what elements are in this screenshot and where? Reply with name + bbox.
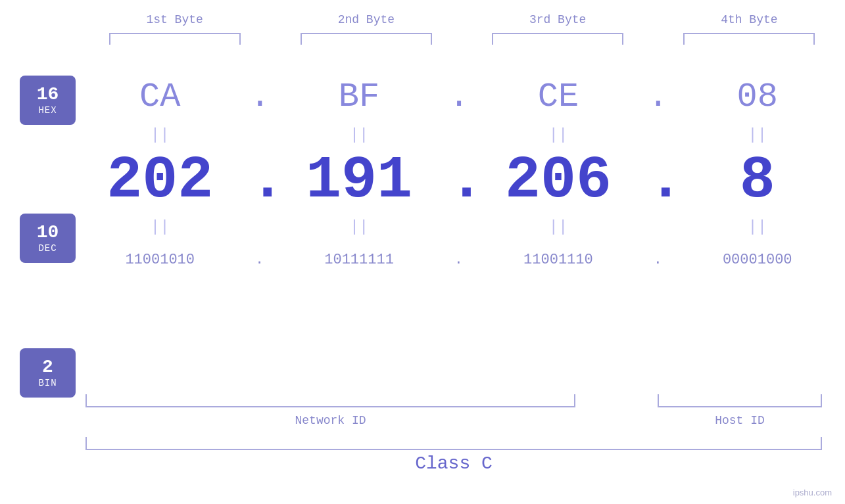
bin-b1: 11001010 xyxy=(94,252,226,268)
dec-b2: 191 xyxy=(293,151,425,210)
equals-row-1: || || || || xyxy=(82,122,835,148)
hex-b4: 08 xyxy=(692,78,823,116)
bracket-byte4 xyxy=(683,33,815,45)
class-bracket-area: Class C xyxy=(85,437,822,474)
bin-b4: 00001000 xyxy=(692,252,823,268)
bin-dot2: . xyxy=(448,252,468,268)
hex-base-box: 16 HEX xyxy=(20,76,76,125)
dec-dot2: . xyxy=(448,151,468,210)
dec-dot1: . xyxy=(250,151,270,210)
top-brackets-row xyxy=(0,33,845,45)
equals-row-2: || || || || xyxy=(82,214,835,240)
hex-b1: CA xyxy=(94,78,226,116)
bin-base-number: 2 xyxy=(42,358,53,377)
dec-base-box: 10 DEC xyxy=(20,214,76,263)
class-bracket xyxy=(85,437,822,450)
bin-base-box: 2 BIN xyxy=(20,348,76,398)
rows-wrapper: 16 HEX 10 DEC 2 BIN CA . BF . CE . 08 xyxy=(20,72,835,398)
bin-dot3: . xyxy=(648,252,667,268)
network-id-label: Network ID xyxy=(85,414,575,434)
class-label-row: Class C xyxy=(85,453,822,474)
eq1-b1: || xyxy=(94,126,226,144)
dec-b3: 206 xyxy=(493,151,624,210)
eq2-b2: || xyxy=(293,218,425,236)
byte1-header: 1st Byte xyxy=(109,13,241,26)
hex-base-label: HEX xyxy=(38,105,57,116)
hex-b2: BF xyxy=(293,78,425,116)
bin-b2: 10111111 xyxy=(293,252,425,268)
bracket-byte2 xyxy=(301,33,432,45)
byte4-header: 4th Byte xyxy=(683,13,815,26)
hex-dot2: . xyxy=(448,78,468,116)
dec-row: 202 . 191 . 206 . 8 xyxy=(82,148,835,214)
host-id-label: Host ID xyxy=(658,414,822,434)
dec-dot3: . xyxy=(648,151,667,210)
values-area: CA . BF . CE . 08 || || || || 202 xyxy=(82,72,835,398)
bin-base-label: BIN xyxy=(38,378,57,388)
bracket-byte1 xyxy=(109,33,241,45)
segment-labels: Network ID Host ID xyxy=(85,414,822,434)
eq1-b2: || xyxy=(293,126,425,144)
bin-row: 11001010 . 10111111 . 11001110 . 0000100… xyxy=(82,240,835,279)
dec-b1: 202 xyxy=(94,151,226,210)
hex-dot1: . xyxy=(250,78,270,116)
byte2-header: 2nd Byte xyxy=(301,13,432,26)
dec-b4: 8 xyxy=(692,151,823,210)
bin-b3: 11001110 xyxy=(493,252,624,268)
network-bracket xyxy=(85,394,575,407)
brackets-container xyxy=(85,394,822,414)
dec-base-label: DEC xyxy=(38,243,57,254)
byte3-header: 3rd Byte xyxy=(492,13,623,26)
hex-row: CA . BF . CE . 08 xyxy=(82,72,835,122)
eq1-b4: || xyxy=(692,126,823,144)
host-bracket xyxy=(658,394,822,407)
eq2-b4: || xyxy=(692,218,823,236)
hex-dot3: . xyxy=(648,78,667,116)
hex-b3: CE xyxy=(493,78,624,116)
hex-base-number: 16 xyxy=(37,85,59,104)
main-container: 1st Byte 2nd Byte 3rd Byte 4th Byte 16 H… xyxy=(0,0,845,504)
class-label: Class C xyxy=(415,453,493,474)
bracket-byte3 xyxy=(492,33,623,45)
base-label-boxes: 16 HEX 10 DEC 2 BIN xyxy=(20,76,76,398)
segment-brackets: Network ID Host ID xyxy=(85,394,822,434)
dec-base-number: 10 xyxy=(37,223,59,242)
watermark: ipshu.com xyxy=(793,488,832,497)
bin-dot1: . xyxy=(250,252,270,268)
eq2-b3: || xyxy=(493,218,624,236)
eq2-b1: || xyxy=(94,218,226,236)
eq1-b3: || xyxy=(493,126,624,144)
byte-headers-row: 1st Byte 2nd Byte 3rd Byte 4th Byte xyxy=(0,0,845,26)
